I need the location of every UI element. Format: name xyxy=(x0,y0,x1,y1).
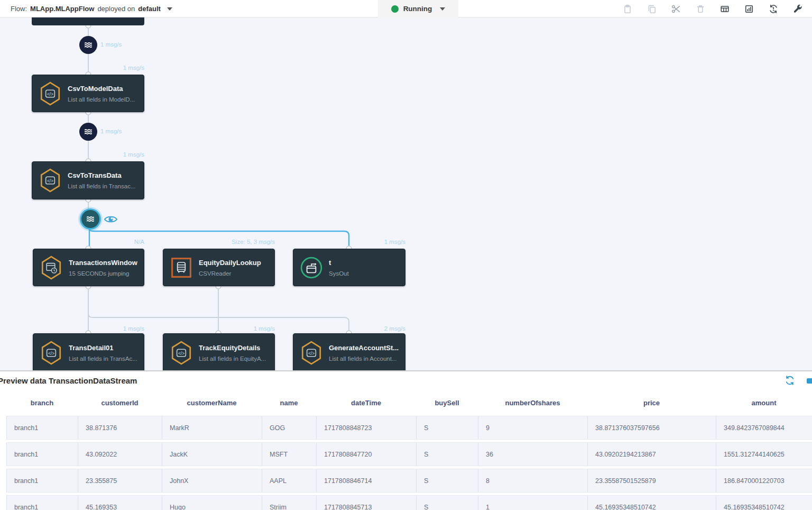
table-cell: 1717808848723 xyxy=(316,416,416,439)
node-subtitle: List all fields in TransAc... xyxy=(69,356,137,362)
column-header[interactable]: amount xyxy=(716,399,812,407)
paste-icon[interactable] xyxy=(623,4,632,14)
column-header[interactable]: branch xyxy=(6,399,78,407)
table-row[interactable]: branch1 23.355875 JohnX AAPL 17178088467… xyxy=(6,469,812,493)
deployed-label: deployed on xyxy=(97,5,135,13)
table-cell: Striim xyxy=(262,496,316,510)
flow-node-generateaccountst[interactable]: </> GenerateAccountSt... List all fields… xyxy=(293,333,405,370)
clipped-icon[interactable] xyxy=(806,375,812,386)
toolbar xyxy=(623,0,802,17)
flow-label: Flow: xyxy=(11,5,27,13)
flow-node-trackequitydetails[interactable]: </> TrackEquityDetails List all fields i… xyxy=(163,333,275,370)
table-cell: AAPL xyxy=(262,469,316,492)
table-cell: 38.871376037597656 xyxy=(587,416,716,439)
table-cell: 43.092022 xyxy=(78,443,162,466)
table-cell: 23.35587501525879 xyxy=(587,469,716,492)
svg-text:</>: </> xyxy=(178,351,184,356)
status-label: Running xyxy=(403,5,432,13)
preview-header: Preview data TransactionDataStream xyxy=(0,371,812,389)
column-header[interactable]: customerName xyxy=(162,399,262,407)
column-header[interactable]: buySell xyxy=(416,399,478,407)
svg-text:</>: </> xyxy=(47,91,53,96)
table-row[interactable]: branch1 38.871376 MarkR GOG 171780884872… xyxy=(6,416,812,440)
stream-node-transactiondatastream[interactable] xyxy=(81,210,99,228)
svg-text:</>: </> xyxy=(308,351,315,356)
status-dot-icon xyxy=(391,5,399,13)
flow-selector[interactable]: Flow: MLApp.MLAppFlow deployed on defaul… xyxy=(11,0,172,17)
node-title: GenerateAccountSt... xyxy=(329,344,399,352)
table-cell: branch1 xyxy=(6,469,78,492)
node-title: TrackEquityDetails xyxy=(199,344,266,352)
target-circle-icon xyxy=(299,256,324,279)
table-cell: 45.16935348510742 xyxy=(716,496,812,510)
table-cell: 1717808846714 xyxy=(316,469,416,492)
table-cell: S xyxy=(416,416,478,439)
status-dropdown[interactable]: Running xyxy=(378,0,458,17)
deploy-target: default xyxy=(138,5,161,13)
table-cell: 1 xyxy=(478,496,587,510)
node-rate-label: 1 msg/s xyxy=(81,65,144,71)
table-cell: 43.09202194213867 xyxy=(587,443,716,466)
node-rate-label: 1 msg/s xyxy=(342,239,405,245)
code-hexagon-icon: </> xyxy=(299,341,324,365)
truncated-top-node[interactable] xyxy=(32,17,144,25)
flow-node-transactionswindow[interactable]: TransactionsWindow 15 SECONDs jumping xyxy=(33,249,144,286)
chevron-down-icon xyxy=(167,7,172,11)
table-cell: JackK xyxy=(162,443,262,466)
node-title: CsvToModelData xyxy=(68,85,135,93)
flow-node-csvtotransdata[interactable]: </> CsvToTransData List all fields in Tr… xyxy=(32,161,144,199)
node-subtitle: CSVReader xyxy=(199,270,261,277)
table-cell: 8 xyxy=(478,469,587,492)
table-cell: Hugo xyxy=(162,496,262,510)
delete-icon[interactable] xyxy=(696,4,705,14)
table-cell: branch1 xyxy=(6,496,78,510)
refresh-icon[interactable] xyxy=(785,375,795,386)
code-hexagon-icon: </> xyxy=(169,341,193,365)
flow-node-transdetail01[interactable]: </> TransDetail01 List all fields in Tra… xyxy=(33,333,144,370)
table-row[interactable]: branch1 45.169353 Hugo Striim 1717808845… xyxy=(6,495,812,510)
table-row[interactable]: branch1 43.092022 JackK MSFT 17178088477… xyxy=(6,442,812,466)
table-cell: branch1 xyxy=(6,443,78,466)
stream-rate-label: 1 msg/s xyxy=(100,41,122,48)
table-cell: 38.871376 xyxy=(78,416,162,439)
column-header[interactable]: numberOfshares xyxy=(478,399,587,407)
cut-icon[interactable] xyxy=(671,4,681,14)
node-rate-label: N/A xyxy=(81,239,144,245)
node-subtitle: 15 SECONDs jumping xyxy=(69,270,137,277)
flow-node-csvtomodeldata[interactable]: </> CsvToModelData List all fields in Mo… xyxy=(32,75,144,112)
node-subtitle: List all fields in EquityA... xyxy=(199,356,266,362)
node-subtitle: SysOut xyxy=(329,270,349,277)
copy-icon[interactable] xyxy=(647,4,657,14)
column-header[interactable]: dateTime xyxy=(316,399,416,407)
stream-node[interactable] xyxy=(79,123,97,141)
node-subtitle: List all fields in Account... xyxy=(329,356,399,362)
column-header[interactable]: customerId xyxy=(78,399,162,407)
column-header[interactable]: price xyxy=(587,399,716,407)
table-cell: 1551.312744140625 xyxy=(716,443,812,466)
table-cell: 23.355875 xyxy=(78,469,162,492)
node-title: CsvToTransData xyxy=(68,171,135,179)
table-view-icon[interactable] xyxy=(720,4,730,14)
flow-canvas[interactable]: </> CsvToModelData List all fields in Mo… xyxy=(0,17,812,370)
node-title: TransactionsWindow xyxy=(69,259,137,267)
monitor-chart-icon[interactable] xyxy=(744,4,754,14)
svg-text:</>: </> xyxy=(48,351,54,356)
node-subtitle: List all fields in ModelD... xyxy=(68,96,135,103)
table-cell: 45.16935348510742 xyxy=(587,496,716,510)
flow-node-t-sysout[interactable]: t SysOut xyxy=(293,249,405,286)
stream-waves-icon xyxy=(85,214,96,224)
table-cell: S xyxy=(416,469,478,492)
table-cell: 186.8470001220703 xyxy=(716,469,812,492)
node-rate-label: 2 msg/s xyxy=(342,325,405,332)
table-cell: 1717808845713 xyxy=(316,496,416,510)
table-cell: GOG xyxy=(262,416,316,439)
refresh-alert-icon[interactable] xyxy=(769,4,778,14)
stream-node[interactable] xyxy=(79,36,97,54)
preview-eye-icon[interactable] xyxy=(104,214,118,224)
node-rate-label: 1 msg/s xyxy=(81,325,144,332)
wrench-icon[interactable] xyxy=(793,4,802,14)
column-header[interactable]: name xyxy=(262,399,316,407)
table-cell: branch1 xyxy=(6,416,78,439)
table-cell: 349.8423767089844 xyxy=(716,416,812,439)
flow-node-equitydailylookup[interactable]: EquityDailyLookup CSVReader xyxy=(163,249,275,286)
